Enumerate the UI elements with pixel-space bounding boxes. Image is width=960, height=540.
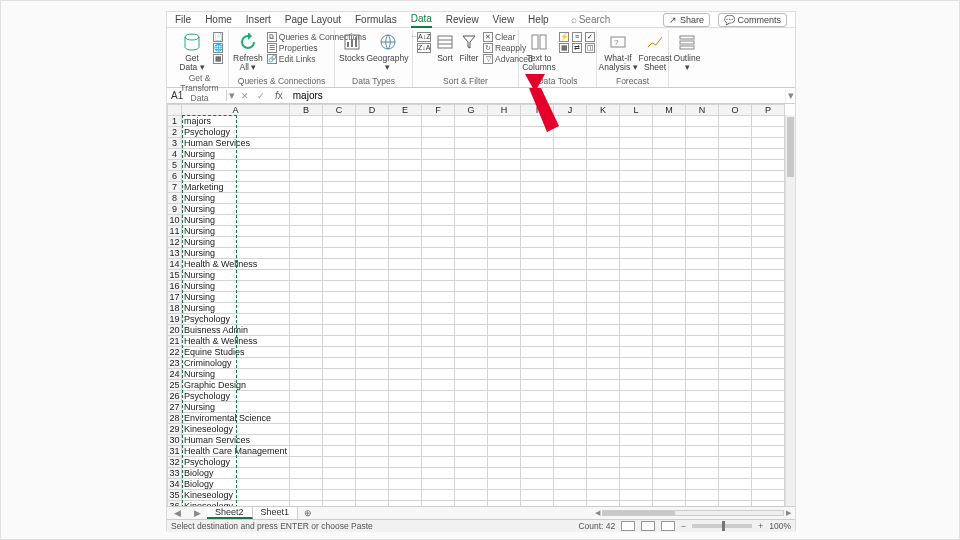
cell-D33[interactable] <box>356 468 389 479</box>
cell-K6[interactable] <box>587 171 620 182</box>
cell-E1[interactable] <box>389 116 422 127</box>
cell-D15[interactable] <box>356 270 389 281</box>
cell-P35[interactable] <box>752 490 785 501</box>
cell-P30[interactable] <box>752 435 785 446</box>
cell-A25[interactable]: Graphic Design <box>182 380 290 391</box>
cell-N18[interactable] <box>686 303 719 314</box>
cell-B16[interactable] <box>290 281 323 292</box>
row-header-2[interactable]: 2 <box>168 127 182 138</box>
cell-A31[interactable]: Health Care Management <box>182 446 290 457</box>
cell-D21[interactable] <box>356 336 389 347</box>
cell-C33[interactable] <box>323 468 356 479</box>
cell-F14[interactable] <box>422 259 455 270</box>
cell-B13[interactable] <box>290 248 323 259</box>
cell-E23[interactable] <box>389 358 422 369</box>
cell-A8[interactable]: Nursing <box>182 193 290 204</box>
consolidate-icon[interactable]: ▦ <box>559 43 569 53</box>
cell-N6[interactable] <box>686 171 719 182</box>
cell-F16[interactable] <box>422 281 455 292</box>
cell-M17[interactable] <box>653 292 686 303</box>
cell-O26[interactable] <box>719 391 752 402</box>
cell-J12[interactable] <box>554 237 587 248</box>
cell-L30[interactable] <box>620 435 653 446</box>
cell-H27[interactable] <box>488 402 521 413</box>
cell-H32[interactable] <box>488 457 521 468</box>
cell-E18[interactable] <box>389 303 422 314</box>
cell-C6[interactable] <box>323 171 356 182</box>
zoom-level[interactable]: 100% <box>769 521 791 531</box>
cell-L23[interactable] <box>620 358 653 369</box>
cell-N20[interactable] <box>686 325 719 336</box>
cell-M26[interactable] <box>653 391 686 402</box>
cell-B29[interactable] <box>290 424 323 435</box>
cell-A22[interactable]: Equine Studies <box>182 347 290 358</box>
cell-N22[interactable] <box>686 347 719 358</box>
cell-O11[interactable] <box>719 226 752 237</box>
cell-M25[interactable] <box>653 380 686 391</box>
from-web-icon[interactable]: 🌐 <box>213 43 223 53</box>
cell-L9[interactable] <box>620 204 653 215</box>
cell-L31[interactable] <box>620 446 653 457</box>
cell-D4[interactable] <box>356 149 389 160</box>
cell-O36[interactable] <box>719 501 752 507</box>
cell-B23[interactable] <box>290 358 323 369</box>
cell-K27[interactable] <box>587 402 620 413</box>
cell-I31[interactable] <box>521 446 554 457</box>
cell-K8[interactable] <box>587 193 620 204</box>
column-header-L[interactable]: L <box>620 105 653 116</box>
hscroll-thumb[interactable] <box>603 511 675 515</box>
cell-B31[interactable] <box>290 446 323 457</box>
cell-J10[interactable] <box>554 215 587 226</box>
cell-J27[interactable] <box>554 402 587 413</box>
cell-I30[interactable] <box>521 435 554 446</box>
cell-G7[interactable] <box>455 182 488 193</box>
cell-J5[interactable] <box>554 160 587 171</box>
cell-C29[interactable] <box>323 424 356 435</box>
cell-C3[interactable] <box>323 138 356 149</box>
cell-M32[interactable] <box>653 457 686 468</box>
cell-H13[interactable] <box>488 248 521 259</box>
cell-H3[interactable] <box>488 138 521 149</box>
cell-C11[interactable] <box>323 226 356 237</box>
cell-H14[interactable] <box>488 259 521 270</box>
cell-L26[interactable] <box>620 391 653 402</box>
stocks-button[interactable]: Stocks <box>339 32 365 63</box>
cell-K28[interactable] <box>587 413 620 424</box>
cell-F30[interactable] <box>422 435 455 446</box>
cell-A23[interactable]: Criminology <box>182 358 290 369</box>
cell-C23[interactable] <box>323 358 356 369</box>
cell-F22[interactable] <box>422 347 455 358</box>
cell-G23[interactable] <box>455 358 488 369</box>
zoom-in-icon[interactable]: + <box>758 521 763 531</box>
cell-F29[interactable] <box>422 424 455 435</box>
cell-O33[interactable] <box>719 468 752 479</box>
hscroll-right-icon[interactable]: ▶ <box>786 509 791 517</box>
cell-M3[interactable] <box>653 138 686 149</box>
cell-H20[interactable] <box>488 325 521 336</box>
cell-M9[interactable] <box>653 204 686 215</box>
cell-A1[interactable]: majors <box>182 116 290 127</box>
comments-button[interactable]: 💬 Comments <box>718 13 787 27</box>
cell-K32[interactable] <box>587 457 620 468</box>
cell-L19[interactable] <box>620 314 653 325</box>
cell-G11[interactable] <box>455 226 488 237</box>
cell-G29[interactable] <box>455 424 488 435</box>
row-header-17[interactable]: 17 <box>168 292 182 303</box>
cell-D22[interactable] <box>356 347 389 358</box>
row-header-30[interactable]: 30 <box>168 435 182 446</box>
cell-H11[interactable] <box>488 226 521 237</box>
cell-E2[interactable] <box>389 127 422 138</box>
tab-file[interactable]: File <box>175 14 191 25</box>
cell-H2[interactable] <box>488 127 521 138</box>
cell-A14[interactable]: Health & Wellness <box>182 259 290 270</box>
cell-L36[interactable] <box>620 501 653 507</box>
row-header-13[interactable]: 13 <box>168 248 182 259</box>
cell-N25[interactable] <box>686 380 719 391</box>
cell-P19[interactable] <box>752 314 785 325</box>
cell-H7[interactable] <box>488 182 521 193</box>
cell-G9[interactable] <box>455 204 488 215</box>
cell-I8[interactable] <box>521 193 554 204</box>
cell-P1[interactable] <box>752 116 785 127</box>
cell-E13[interactable] <box>389 248 422 259</box>
cell-C28[interactable] <box>323 413 356 424</box>
